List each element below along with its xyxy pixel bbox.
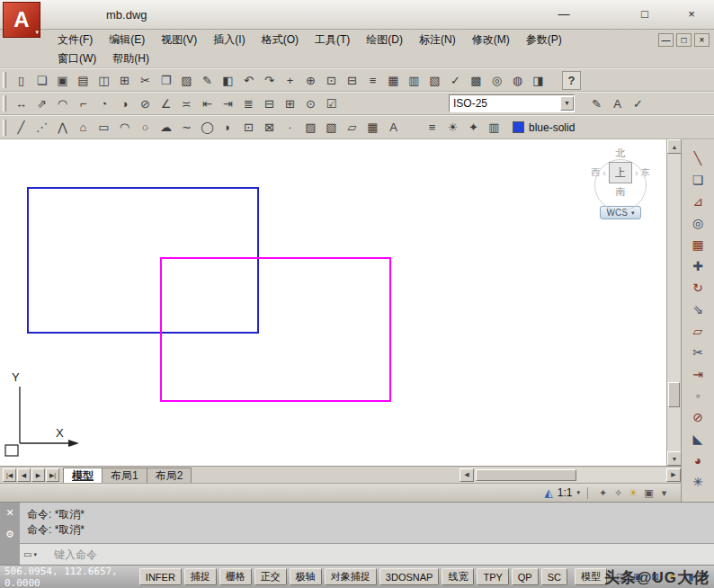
revision-cloud-icon[interactable]: ☁ [156, 118, 175, 137]
command-customize-icon[interactable]: ⚙ [5, 530, 14, 539]
spline-icon[interactable]: ∼ [177, 118, 196, 137]
break-icon[interactable]: ⊘ [687, 406, 709, 427]
publish-icon[interactable]: ⊞ [115, 71, 134, 90]
vertical-scrollbar[interactable]: ▲ ▼ [666, 139, 681, 466]
dim-update-icon[interactable]: ✓ [629, 94, 647, 113]
annotation-visibility-icon[interactable]: ✧ [611, 487, 626, 499]
dim-jogged-icon[interactable]: ◑ [115, 94, 134, 113]
menu-item[interactable]: 工具(T) [307, 31, 358, 49]
tab-nav-button[interactable]: ▶| [46, 468, 59, 482]
rotate-icon[interactable]: ↻ [687, 277, 709, 298]
menu-item[interactable]: 编辑(E) [101, 31, 153, 49]
status-toggle[interactable]: INFER [139, 568, 182, 585]
scroll-up-button[interactable]: ▲ [667, 139, 682, 154]
table-icon[interactable]: ▦ [363, 118, 382, 137]
hatch-pattern-indicator[interactable]: blue-solid [513, 121, 575, 134]
markup-manager-icon[interactable]: ✓ [446, 71, 465, 90]
break-at-point-icon[interactable]: ◦ [687, 385, 709, 405]
status-toggle[interactable]: TPY [477, 568, 508, 585]
new-file-icon[interactable]: ▯ [12, 71, 31, 90]
toolbar-grip[interactable] [3, 95, 6, 111]
minimize-button[interactable]: — [550, 5, 577, 23]
erase-icon[interactable]: ╲ [687, 147, 709, 168]
pan-icon[interactable]: + [281, 71, 299, 90]
layer-states-icon[interactable]: ◍ [508, 71, 527, 90]
gradient-icon[interactable]: ▧ [322, 118, 341, 137]
status-toggle[interactable]: 极轴 [290, 568, 322, 585]
dim-spacing-icon[interactable]: ≣ [239, 94, 258, 113]
move-icon[interactable]: ✚ [687, 255, 709, 276]
command-input[interactable] [50, 548, 714, 561]
mtext-icon[interactable]: A [384, 118, 403, 137]
dim-baseline-icon[interactable]: ⇤ [198, 94, 217, 113]
dim-style-control[interactable]: ISO-25 ▼ [449, 94, 575, 112]
properties-palette-icon[interactable]: ≡ [363, 71, 382, 90]
tab-nav-button[interactable]: |◀ [3, 468, 16, 482]
plot-preview-icon[interactable]: ◫ [94, 71, 113, 90]
status-caret-icon[interactable]: ▾ [656, 487, 672, 499]
polyline-icon[interactable]: ⋀ [53, 118, 72, 137]
toolbar-grip[interactable] [3, 120, 6, 136]
layout-tab[interactable]: 模型 [63, 468, 103, 483]
quick-calc-icon[interactable]: ▩ [467, 71, 486, 90]
scroll-left-button[interactable]: ◀ [460, 468, 474, 482]
open-file-icon[interactable]: ❏ [32, 71, 51, 90]
tolerance-icon[interactable]: ⊞ [281, 94, 299, 113]
arc-icon[interactable]: ◠ [115, 118, 134, 137]
horizontal-scroll-track[interactable] [474, 468, 666, 482]
lighting-icon[interactable]: ☀ [626, 487, 641, 499]
status-toggle[interactable]: 正交 [254, 568, 287, 585]
mdi-minimize-button[interactable]: — [658, 33, 674, 47]
design-center-icon[interactable]: ▦ [384, 71, 403, 90]
redo-icon[interactable]: ↷ [260, 71, 279, 90]
viewcube[interactable]: 北 西 ‹ 上 › 东 南 WCS ▾ [581, 147, 660, 219]
status-toggle[interactable]: 3DOSNAP [379, 568, 440, 585]
point-icon[interactable]: ∙ [281, 118, 299, 137]
status-toggle[interactable]: QP [512, 568, 539, 585]
cut-icon[interactable]: ✂ [136, 71, 155, 90]
status-toggle[interactable]: SC [541, 568, 567, 585]
fillet-icon[interactable]: ◕ [687, 450, 709, 470]
dim-diameter-icon[interactable]: ⊘ [136, 94, 155, 113]
dim-break-icon[interactable]: ⊟ [260, 94, 279, 113]
menu-item[interactable]: 文件(F) [49, 31, 101, 49]
dim-inspect-icon[interactable]: ☑ [322, 94, 341, 113]
status-toggle[interactable]: 栅格 [219, 568, 252, 585]
autocad-logo-icon[interactable]: A ▾ [3, 2, 40, 38]
menu-item[interactable]: 视图(V) [153, 31, 205, 49]
chevron-down-icon[interactable]: ▼ [560, 96, 574, 111]
dim-aligned-icon[interactable]: ⇗ [32, 94, 51, 113]
dim-angular-icon[interactable]: ∠ [156, 94, 175, 113]
close-button[interactable]: × [678, 5, 705, 23]
workspace-shield-icon[interactable]: ▣ [641, 487, 656, 499]
drawing-canvas[interactable]: 北 西 ‹ 上 › 东 南 WCS ▾ Y X [0, 139, 666, 466]
viewcube-south[interactable]: 南 [581, 185, 660, 199]
ellipse-arc-icon[interactable]: ◗ [219, 118, 237, 137]
maximize-button[interactable]: □ [631, 5, 658, 23]
polygon-icon[interactable]: ⌂ [74, 118, 93, 137]
menu-item[interactable]: 参数(P) [518, 31, 570, 49]
chevron-down-icon[interactable]: ▾ [576, 489, 580, 496]
zoom-window-icon[interactable]: ⊡ [322, 71, 341, 90]
scroll-right-button[interactable]: ▶ [666, 468, 681, 482]
menu-item[interactable]: 格式(O) [254, 31, 307, 49]
vertical-scroll-track[interactable] [667, 154, 681, 451]
construction-line-icon[interactable]: ⋰ [32, 118, 51, 137]
zoom-previous-icon[interactable]: ⊟ [343, 71, 361, 90]
block-editor-icon[interactable]: ◧ [219, 71, 237, 90]
annotation-scale-value[interactable]: 1:1 [558, 486, 573, 499]
menu-item[interactable]: 插入(I) [205, 31, 253, 49]
tab-nav-button[interactable]: ◀ [17, 468, 31, 482]
layout-tab[interactable]: 布局1 [102, 468, 147, 483]
match-properties-icon[interactable]: ✎ [198, 71, 217, 90]
copy-clip-icon[interactable]: ❐ [156, 71, 175, 90]
command-close-icon[interactable]: ✕ [5, 508, 13, 518]
scale-icon[interactable]: ⇘ [687, 298, 709, 319]
line-icon[interactable]: ╱ [12, 118, 31, 137]
horizontal-scrollbar[interactable]: ◀ ▶ [460, 468, 681, 482]
plot-icon[interactable]: ▤ [74, 71, 93, 90]
explode-icon[interactable]: ✳ [687, 471, 709, 492]
mdi-close-button[interactable]: × [694, 33, 710, 47]
layer-isolate-icon[interactable]: ✦ [464, 118, 483, 137]
paste-icon[interactable]: ▨ [177, 71, 196, 90]
